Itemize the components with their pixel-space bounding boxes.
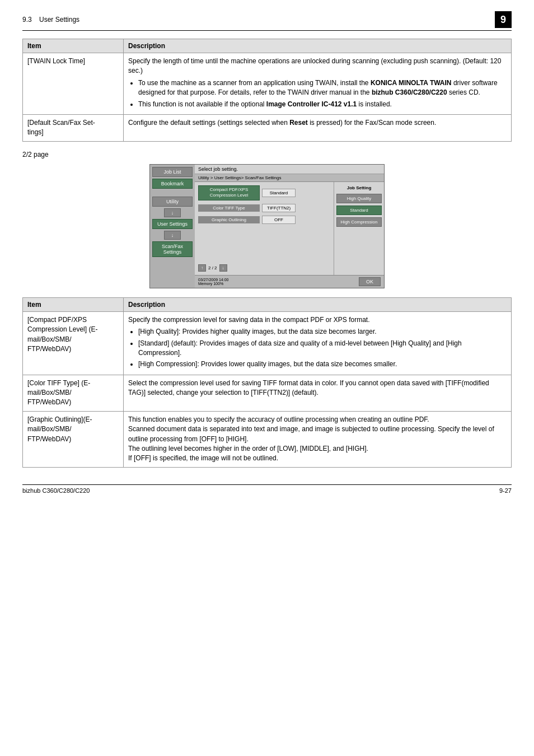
item-cell: [Compact PDF/XPSCompression Level] (E-ma… (23, 311, 124, 375)
ss-prev-btn[interactable]: ↑ (198, 264, 206, 272)
ss-user-settings: User Settings (152, 219, 193, 229)
footer-right: 9-27 (499, 487, 512, 494)
item-cell: [Graphic Outlining](E-mail/Box/SMB/FTP/W… (23, 411, 124, 467)
ss-main: Select job setting. Utility > User Setti… (195, 165, 384, 288)
item-cell: [Default Scan/Fax Set-tings] (23, 114, 124, 141)
item-cell: [TWAIN Lock Time] (23, 53, 124, 115)
table-row: [Default Scan/Fax Set-tings] Configure t… (23, 114, 512, 141)
page-number-box: 9 (495, 11, 512, 28)
page-header: 9.3 User Settings 9 (22, 11, 512, 31)
ss-arrow-down2: ↓ (164, 231, 181, 240)
ss-standard-btn[interactable]: Standard (336, 206, 382, 215)
ss-utility: Utility (152, 197, 193, 207)
page-label: 2/2 page (22, 151, 512, 158)
ss-bookmark: Bookmark (152, 179, 193, 189)
ss-label-color-tiff: Color TIFF Type (198, 204, 260, 212)
ss-pagination: ↑ 2 / 2 ↓ (198, 264, 330, 272)
ss-arrow-down: ↓ (164, 208, 181, 217)
ss-footer: 03/27/2009 14:00 Memory 100% OK (195, 275, 384, 288)
ss-settings: Compact PDF/XPSCompression Level Standar… (195, 182, 334, 275)
desc-cell: Configure the default settings (settings… (124, 114, 512, 141)
table-row: [Color TIFF Type] (E-mail/Box/SMB/FTP/We… (23, 375, 512, 411)
first-table: Item Description [TWAIN Lock Time] Speci… (22, 39, 512, 142)
ss-scan-fax: Scan/Fax Settings (152, 241, 193, 257)
ss-sidebar: Job List Bookmark Utility ↓ User Setting… (150, 165, 195, 288)
ss-high-compression-btn[interactable]: High Compression (336, 217, 382, 227)
footer-left: bizhub C360/C280/C220 (22, 487, 90, 494)
desc-cell: This function enables you to specify the… (124, 411, 512, 467)
ss-label-graphic: Graphic Outlining (198, 216, 260, 223)
ss-setting-row: Compact PDF/XPSCompression Level Standar… (198, 185, 330, 200)
ss-high-quality-btn[interactable]: High Quality (336, 194, 382, 203)
ss-value-standard: Standard (262, 189, 296, 197)
ss-setting-row: Color TIFF Type TIFF(TTN2) (198, 204, 330, 212)
col1-header-2: Item (23, 297, 124, 311)
ss-value-off: OFF (262, 216, 296, 224)
section-title: 9.3 User Settings (22, 16, 79, 24)
ss-ok-button[interactable]: OK (359, 277, 381, 286)
ss-breadcrumb: Utility > User Settings> Scan/Fax Settin… (195, 174, 384, 182)
ss-value-tiff: TIFF(TTN2) (262, 204, 296, 212)
col2-header: Description (124, 39, 512, 53)
ss-setting-row: Graphic Outlining OFF (198, 216, 330, 224)
item-cell: [Color TIFF Type] (E-mail/Box/SMB/FTP/We… (23, 375, 124, 411)
page-footer: bizhub C360/C280/C220 9-27 (22, 484, 512, 494)
second-table: Item Description [Compact PDF/XPSCompres… (22, 297, 512, 468)
table-row: [TWAIN Lock Time] Specify the length of … (23, 53, 512, 115)
ss-title: Select job setting. (195, 165, 384, 174)
desc-cell: Specify the compression level for saving… (124, 311, 512, 375)
desc-cell: Select the compression level used for sa… (124, 375, 512, 411)
col1-header: Item (23, 39, 124, 53)
ss-status: 03/27/2009 14:00 Memory 100% (198, 278, 229, 286)
screenshot-container: Job List Bookmark Utility ↓ User Setting… (22, 164, 512, 288)
ss-job-list: Job List (152, 167, 193, 177)
desc-cell: Specify the length of time until the mac… (124, 53, 512, 115)
col2-header-2: Description (124, 297, 512, 311)
ss-job-setting-title: Job Setting (336, 184, 382, 192)
table-row: [Compact PDF/XPSCompression Level] (E-ma… (23, 311, 512, 375)
ss-next-btn[interactable]: ↓ (219, 264, 227, 272)
ss-label-compact-pdf: Compact PDF/XPSCompression Level (198, 185, 260, 200)
screenshot: Job List Bookmark Utility ↓ User Setting… (149, 164, 385, 288)
ss-right-panel: Job Setting High Quality Standard High C… (334, 182, 384, 275)
table-row: [Graphic Outlining](E-mail/Box/SMB/FTP/W… (23, 411, 512, 467)
